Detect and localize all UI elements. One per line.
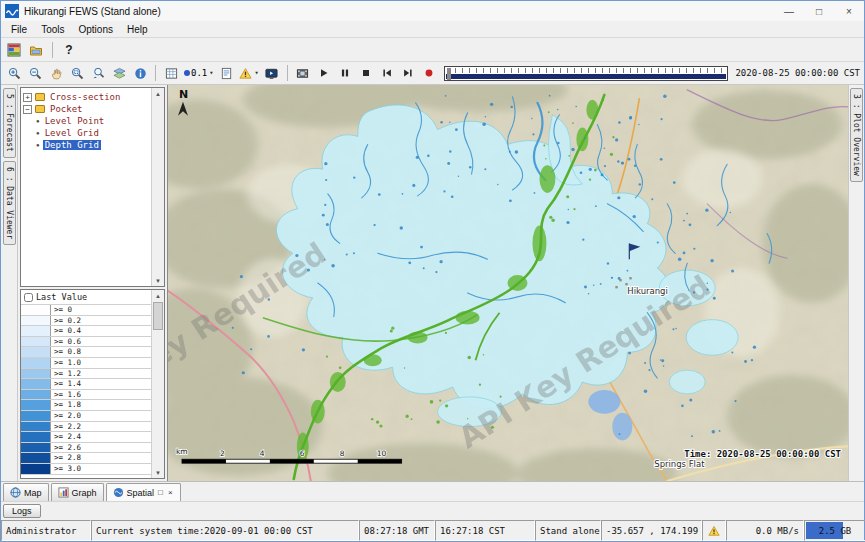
tree-item-cross-section[interactable]: + Cross-section [23, 91, 150, 103]
step-back-button[interactable] [377, 64, 397, 83]
film-icon[interactable] [293, 64, 313, 83]
grid-display-icon[interactable] [161, 64, 181, 83]
legend-row[interactable]: >= 2.4 [21, 432, 151, 443]
status-mode: Stand alone [535, 520, 601, 541]
legend-swatch [21, 369, 51, 379]
right-tabstrip: 3 : Plot Overview [848, 85, 864, 481]
legend-row[interactable]: >= 2.0 [21, 411, 151, 422]
legend-row[interactable]: >= 2.8 [21, 453, 151, 464]
zoom-in-icon[interactable] [4, 64, 24, 83]
legend-row[interactable]: >= 0.6 [21, 337, 151, 348]
warnings-dropdown[interactable]: ▾ [237, 64, 260, 83]
legend-label: >= 1.6 [51, 390, 81, 400]
app-icon [5, 4, 19, 18]
map-time-label: Time: 2020-08-25 00:00:00 CST [684, 449, 841, 459]
legend-row[interactable]: >= 1.4 [21, 379, 151, 390]
grid-size-dropdown[interactable]: 0.1 ▾ [182, 64, 215, 83]
record-button[interactable] [419, 64, 439, 83]
pause-button[interactable] [335, 64, 355, 83]
previous-zoom-icon[interactable] [88, 64, 108, 83]
legend-swatch [21, 400, 51, 410]
zoom-out-icon[interactable] [25, 64, 45, 83]
tree-scrollbar[interactable]: ▲ ▼ [151, 88, 164, 286]
profile-icon[interactable] [216, 64, 236, 83]
scroll-down-icon[interactable]: ▼ [155, 467, 161, 478]
legend-label: >= 1.2 [51, 369, 81, 379]
legend-row[interactable]: >= 2.2 [21, 422, 151, 433]
svg-text:N: N [179, 88, 188, 101]
zoom-extent-icon[interactable] [67, 64, 87, 83]
tree-item-depth-grid[interactable]: ● Depth Grid [23, 139, 150, 151]
scroll-down-icon[interactable]: ▼ [155, 275, 161, 286]
scrollbar-thumb[interactable] [153, 302, 163, 330]
info-icon[interactable] [130, 64, 150, 83]
spatial-icon [113, 487, 124, 498]
legend-swatch [21, 443, 51, 453]
legend-row[interactable]: >= 0.4 [21, 326, 151, 337]
close-button[interactable]: × [834, 1, 864, 21]
help-icon[interactable]: ? [59, 40, 79, 59]
expand-icon[interactable]: + [23, 93, 32, 102]
legend-label: >= 1.8 [51, 400, 81, 410]
last-value-checkbox[interactable] [24, 293, 33, 302]
status-warning[interactable] [702, 520, 726, 541]
menu-help[interactable]: Help [120, 23, 155, 36]
animation-display-icon[interactable] [262, 64, 282, 83]
tree-item-pocket[interactable]: − Pocket [23, 103, 150, 115]
play-button[interactable] [314, 64, 334, 83]
toolbar-separator [52, 42, 53, 58]
timeline-ruler [448, 68, 725, 73]
statusbar: Administrator Current system time:2020-0… [1, 520, 864, 541]
collapse-icon[interactable]: − [23, 105, 32, 114]
legend-label: >= 2.0 [51, 411, 81, 421]
tab-plot-overview[interactable]: 3 : Plot Overview [850, 88, 863, 182]
status-memory: 2.5 GB [804, 520, 865, 541]
tab-graph[interactable]: Graph [51, 483, 104, 501]
svg-text:2: 2 [220, 449, 225, 458]
minimize-button[interactable]: — [774, 1, 804, 21]
scroll-up-icon[interactable]: ▲ [155, 290, 161, 301]
legend-swatch [21, 379, 51, 389]
legend-row[interactable]: >= 0.8 [21, 347, 151, 358]
timeline-slider[interactable] [444, 66, 729, 81]
explorer-icon[interactable] [26, 40, 46, 59]
close-tab-icon[interactable]: × [167, 488, 174, 497]
timeline-range-bar [446, 74, 727, 79]
menu-tools[interactable]: Tools [34, 23, 71, 36]
tab-forecast[interactable]: 5 : Forecast [3, 88, 16, 158]
tab-spatial[interactable]: Spatial □ × [106, 483, 181, 501]
legend-row[interactable]: >= 0.2 [21, 316, 151, 327]
database-icon[interactable] [4, 40, 24, 59]
legend-row[interactable]: >= 2.6 [21, 443, 151, 454]
legend-row[interactable]: >= 1.0 [21, 358, 151, 369]
pan-icon[interactable] [46, 64, 66, 83]
legend-label: >= 1.4 [51, 379, 81, 389]
tab-map[interactable]: Map [3, 483, 49, 501]
menu-options[interactable]: Options [71, 23, 119, 36]
legend-row[interactable]: >= 1.6 [21, 390, 151, 401]
menu-file[interactable]: File [4, 23, 34, 36]
legend-row[interactable]: >= 0 [21, 305, 151, 316]
status-user: Administrator [1, 520, 91, 541]
chevron-down-icon: ▾ [254, 69, 258, 77]
tab-data-viewer[interactable]: 6 : Data Viewer [3, 161, 16, 245]
stop-button[interactable] [356, 64, 376, 83]
legend-row[interactable]: >= 1.2 [21, 369, 151, 380]
legend-row[interactable]: >= 3.0 [21, 464, 151, 475]
map-viewport[interactable]: Hikurangi Springs Flat API Key Required … [167, 85, 848, 481]
logs-bar: Logs [1, 501, 864, 520]
legend-row[interactable]: >= 1.8 [21, 400, 151, 411]
float-tab-icon[interactable]: □ [157, 488, 164, 497]
timeline-cursor[interactable] [447, 68, 451, 80]
legend-swatch [21, 422, 51, 432]
tree-item-level-grid[interactable]: ● Level Grid [23, 127, 150, 139]
scroll-up-icon[interactable]: ▲ [155, 88, 161, 99]
step-forward-button[interactable] [398, 64, 418, 83]
legend-scrollbar[interactable]: ▲ ▼ [151, 290, 164, 478]
tree-item-level-point[interactable]: ● Level Point [23, 115, 150, 127]
legend-label: >= 3.0 [51, 464, 81, 474]
layers-icon[interactable] [109, 64, 129, 83]
logs-button[interactable]: Logs [3, 504, 41, 518]
maximize-button[interactable]: □ [804, 1, 834, 21]
main-toolbar: ? [1, 38, 864, 62]
